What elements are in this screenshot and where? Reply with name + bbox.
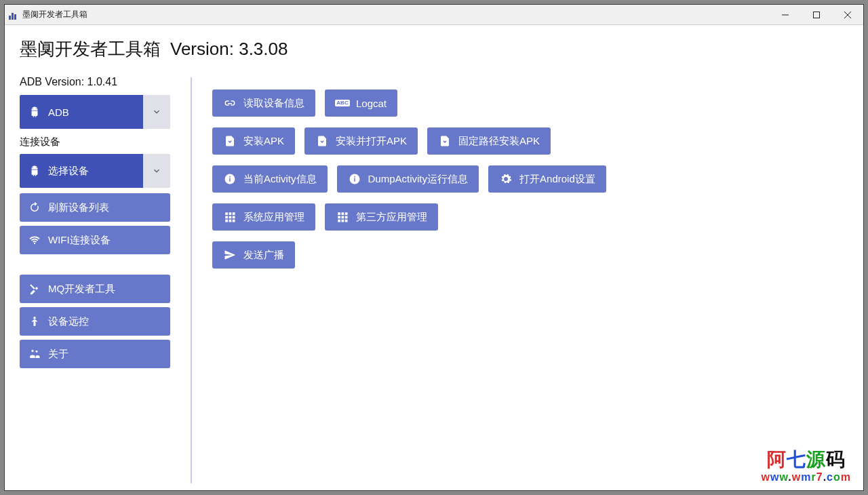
adb-combo-main[interactable]: ADB (20, 95, 143, 129)
app-header: 墨阒开发者工具箱 Version: 3.3.08 (20, 25, 848, 76)
app-name: 墨阒开发者工具箱 (20, 37, 161, 61)
read-device-info-button[interactable]: 读取设备信息 (212, 90, 315, 117)
app-window: 墨阒开发者工具箱 墨阒开发者工具箱 Version: 3.3.08 ADB Ve… (4, 4, 864, 491)
watermark-line2: www.wmr7.com (762, 471, 851, 483)
mq-dev-tools-button[interactable]: MQ开发者工具 (20, 275, 170, 303)
abc-icon: ABC (336, 96, 349, 110)
remote-control-label: 设备远控 (48, 315, 89, 328)
svg-rect-8 (229, 178, 231, 182)
install-open-apk-label: 安装并打开APK (336, 135, 407, 148)
info-icon (223, 172, 237, 186)
minimize-button[interactable] (770, 5, 801, 24)
install-fixed-path-button[interactable]: 固定路径安装APK (427, 127, 551, 155)
vertical-divider (191, 77, 192, 483)
device-combo-dropdown[interactable] (143, 154, 170, 188)
tools-icon (28, 282, 41, 296)
device-combo[interactable]: 选择设备 (20, 154, 170, 188)
read-device-info-label: 读取设备信息 (243, 97, 304, 110)
mq-dev-tools-label: MQ开发者工具 (48, 283, 115, 296)
watermark-line1: 阿七源码 (762, 447, 851, 473)
remote-control-button[interactable]: 设备远控 (20, 307, 170, 336)
svg-rect-24 (345, 212, 348, 215)
app-icon (9, 10, 18, 20)
svg-point-5 (31, 350, 33, 352)
svg-rect-21 (233, 220, 235, 222)
install-apk-label: 安装APK (243, 135, 284, 148)
send-icon (223, 248, 237, 262)
svg-rect-23 (342, 212, 344, 215)
sidebar: ADB Version: 1.0.41 ADB 连接设备 (20, 76, 170, 483)
third-party-app-mgr-label: 第三方应用管理 (356, 211, 427, 224)
system-app-mgr-label: 系统应用管理 (243, 211, 304, 224)
svg-rect-18 (233, 216, 235, 219)
svg-rect-16 (225, 216, 228, 219)
svg-rect-1 (814, 12, 820, 18)
gear-icon (499, 172, 513, 186)
svg-rect-28 (338, 220, 340, 222)
app-version: Version: 3.3.08 (170, 39, 288, 60)
refresh-devices-label: 刷新设备列表 (48, 201, 109, 214)
third-party-app-mgr-button[interactable]: 第三方应用管理 (325, 203, 438, 231)
svg-point-6 (36, 351, 38, 353)
logcat-button[interactable]: ABC Logcat (325, 90, 397, 117)
install-icon (315, 134, 329, 148)
svg-rect-19 (225, 220, 228, 222)
svg-rect-13 (225, 212, 228, 215)
open-android-settings-label: 打开Android设置 (519, 173, 595, 186)
refresh-devices-button[interactable]: 刷新设备列表 (20, 193, 170, 222)
send-broadcast-label: 发送广播 (243, 249, 284, 262)
svg-point-9 (229, 176, 231, 178)
android-icon (28, 105, 41, 119)
action-row-1: 读取设备信息 ABC Logcat (212, 90, 848, 117)
svg-point-4 (33, 317, 36, 319)
dump-activity-button[interactable]: DumpActivity运行信息 (337, 165, 479, 193)
action-row-3: 当前Activity信息 DumpActivity运行信息 打开Android设… (212, 165, 848, 193)
svg-rect-20 (229, 220, 232, 222)
logcat-label: Logcat (356, 98, 387, 109)
content-area: 墨阒开发者工具箱 Version: 3.3.08 ADB Version: 1.… (5, 25, 863, 490)
adb-version-text: ADB Version: 1.0.41 (20, 76, 170, 88)
device-combo-main[interactable]: 选择设备 (20, 154, 143, 188)
install-icon (223, 134, 237, 148)
svg-rect-25 (338, 216, 340, 219)
body: ADB Version: 1.0.41 ADB 连接设备 (20, 76, 848, 483)
send-broadcast-button[interactable]: 发送广播 (212, 241, 295, 269)
action-row-4: 系统应用管理 第三方应用管理 (212, 203, 848, 231)
action-row-5: 发送广播 (212, 241, 848, 269)
svg-rect-14 (229, 212, 232, 215)
wifi-icon (28, 233, 41, 247)
svg-rect-27 (345, 216, 348, 219)
svg-point-12 (354, 176, 355, 178)
titlebar: 墨阒开发者工具箱 (5, 5, 863, 25)
action-row-2: 安装APK 安装并打开APK 固定路径安装APK (212, 127, 848, 155)
about-button[interactable]: 关于 (20, 340, 170, 368)
svg-rect-29 (342, 220, 344, 222)
device-combo-label: 选择设备 (48, 165, 89, 178)
install-open-apk-button[interactable]: 安装并打开APK (304, 127, 418, 155)
dump-activity-label: DumpActivity运行信息 (368, 173, 469, 186)
adb-combo-label: ADB (48, 106, 69, 118)
watermark: 阿七源码 www.wmr7.com (762, 447, 851, 483)
install-apk-button[interactable]: 安装APK (212, 127, 295, 155)
system-app-mgr-button[interactable]: 系统应用管理 (212, 203, 315, 231)
svg-rect-30 (345, 220, 348, 222)
apps-icon (223, 210, 237, 224)
android-icon (28, 164, 41, 178)
svg-rect-22 (338, 212, 340, 215)
svg-rect-11 (354, 178, 355, 182)
adb-combo[interactable]: ADB (20, 95, 170, 129)
open-android-settings-button[interactable]: 打开Android设置 (488, 165, 606, 193)
info-icon (348, 172, 361, 186)
window-title: 墨阒开发者工具箱 (22, 9, 87, 20)
wifi-connect-button[interactable]: WIFI连接设备 (20, 226, 170, 254)
current-activity-button[interactable]: 当前Activity信息 (212, 165, 328, 193)
person-icon (28, 315, 41, 328)
refresh-icon (28, 201, 41, 214)
connect-label: 连接设备 (20, 136, 170, 148)
main-panel: 读取设备信息 ABC Logcat 安装APK 安装并打开APK (212, 76, 848, 483)
adb-combo-dropdown[interactable] (143, 95, 170, 129)
close-button[interactable] (832, 5, 863, 24)
about-label: 关于 (48, 348, 68, 361)
svg-rect-26 (342, 216, 344, 219)
maximize-button[interactable] (801, 5, 832, 24)
